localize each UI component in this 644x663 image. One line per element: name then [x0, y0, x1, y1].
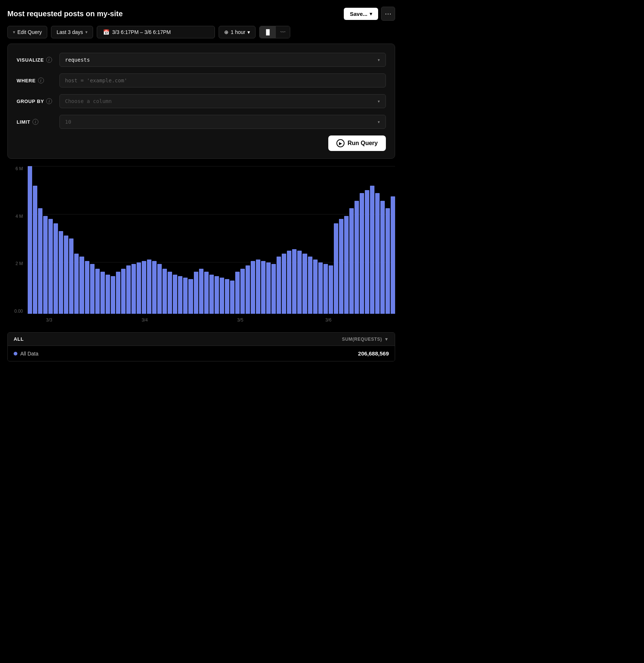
visualize-info-icon[interactable]: i [46, 57, 52, 63]
bar [43, 216, 48, 314]
bar [64, 236, 68, 314]
bar [79, 257, 84, 314]
bar [323, 264, 328, 314]
group-by-info-icon[interactable]: i [46, 98, 52, 104]
bar [225, 279, 229, 314]
bar [121, 269, 126, 314]
line-chart-icon: 〰 [280, 29, 285, 35]
bar [277, 257, 281, 314]
bar [215, 276, 219, 314]
time-range-button[interactable]: Last 3 days ▾ [51, 26, 93, 38]
where-input[interactable]: host = 'example.com' [59, 73, 386, 87]
bar [95, 269, 100, 314]
run-query-label: Run Query [347, 140, 378, 147]
bar [386, 208, 390, 314]
bar [329, 265, 333, 314]
bar [266, 262, 271, 314]
interval-button[interactable]: ⊕ 1 hour ▾ [219, 26, 256, 38]
interval-chevron-icon: ▾ [247, 29, 250, 35]
time-range-label: Last 3 days [56, 29, 83, 35]
limit-label: LIMIT i [17, 119, 54, 125]
edit-query-button[interactable]: ▾ Edit Query [7, 26, 47, 38]
y-label-bottom: 0.00 [14, 309, 23, 314]
row-label: All Data [20, 351, 38, 357]
date-range-button[interactable]: 📅 3/3 6:17PM – 3/6 6:17PM [97, 26, 215, 38]
bar [240, 269, 245, 314]
bar [261, 261, 266, 314]
bar [209, 275, 214, 314]
x-label-35: 3/5 [237, 317, 243, 323]
bar [271, 264, 276, 314]
bar [354, 201, 359, 314]
bar [131, 264, 136, 314]
query-panel: VISUALIZE i requests ▾ WHERE i host = 'e… [7, 44, 395, 159]
bar [375, 193, 380, 314]
bar [246, 265, 250, 314]
bar [69, 238, 73, 314]
edit-query-label: Edit Query [17, 29, 42, 35]
bars-area [28, 166, 395, 314]
bar [251, 261, 255, 314]
calendar-icon: 📅 [103, 29, 109, 35]
page-title: Most requested posts on my-site [7, 10, 123, 18]
bar [157, 264, 162, 314]
bar-chart-button[interactable]: ▐▌ [260, 26, 276, 38]
limit-info-icon[interactable]: i [32, 119, 38, 125]
limit-row: LIMIT i 10 ▾ [17, 115, 386, 129]
visualize-chevron-icon: ▾ [377, 57, 380, 63]
interval-label: 1 hour [231, 29, 246, 35]
table-all-label: ALL [14, 336, 24, 342]
table-sum-label: SUM(REQUESTS) ▼ [342, 337, 389, 342]
bar [126, 265, 131, 314]
bar [235, 272, 240, 314]
bar [183, 278, 188, 314]
x-label-34: 3/4 [141, 317, 148, 323]
bar [106, 275, 110, 314]
run-query-button[interactable]: ▶ Run Query [328, 135, 386, 151]
bar [365, 190, 369, 314]
visualize-label: VISUALIZE i [17, 57, 54, 63]
bar [137, 262, 141, 314]
bar [204, 272, 209, 314]
bar [292, 249, 297, 314]
bar [168, 272, 172, 314]
bar [282, 254, 286, 314]
chart-container: 6 M 4 M 2 M 0.00 3/3 3/4 3/5 3/6 [0, 159, 402, 332]
where-info-icon[interactable]: i [38, 78, 44, 83]
visualize-select[interactable]: requests ▾ [59, 53, 386, 67]
bar [48, 219, 53, 314]
line-chart-button[interactable]: 〰 [276, 26, 290, 38]
bar [370, 186, 374, 314]
clock-icon: ⊕ [224, 29, 229, 35]
row-dot [14, 352, 17, 355]
more-button[interactable]: ⋯ [381, 7, 395, 21]
chevron-icon: ▾ [13, 30, 15, 35]
bar [100, 272, 105, 314]
page-header: Most requested posts on my-site Save... … [0, 0, 402, 26]
header-actions: Save... ▾ ⋯ [344, 7, 395, 21]
bar [380, 201, 385, 314]
save-button[interactable]: Save... ▾ [344, 8, 378, 20]
group-by-chevron-icon: ▾ [377, 98, 380, 104]
query-actions: ▶ Run Query [17, 135, 386, 151]
group-by-select[interactable]: Choose a column ▾ [59, 94, 386, 108]
bar [344, 216, 349, 314]
visualize-value: requests [65, 57, 90, 63]
bar [74, 254, 79, 314]
bar [297, 251, 302, 314]
group-by-row: GROUP BY i Choose a column ▾ [17, 94, 386, 108]
bar [391, 196, 395, 314]
bar [256, 260, 260, 314]
bar [188, 279, 193, 314]
bar [230, 281, 234, 314]
visualize-row: VISUALIZE i requests ▾ [17, 53, 386, 67]
bar [194, 272, 198, 314]
bar [152, 261, 157, 314]
y-label-mid2: 2 M [16, 261, 23, 266]
bottom-table: ALL SUM(REQUESTS) ▼ All Data 206,688,569 [7, 332, 395, 361]
bar [173, 275, 177, 314]
bar [90, 264, 95, 314]
limit-value: 10 [65, 119, 71, 125]
x-axis: 3/3 3/4 3/5 3/6 [28, 317, 395, 329]
limit-select[interactable]: 10 ▾ [59, 115, 386, 129]
